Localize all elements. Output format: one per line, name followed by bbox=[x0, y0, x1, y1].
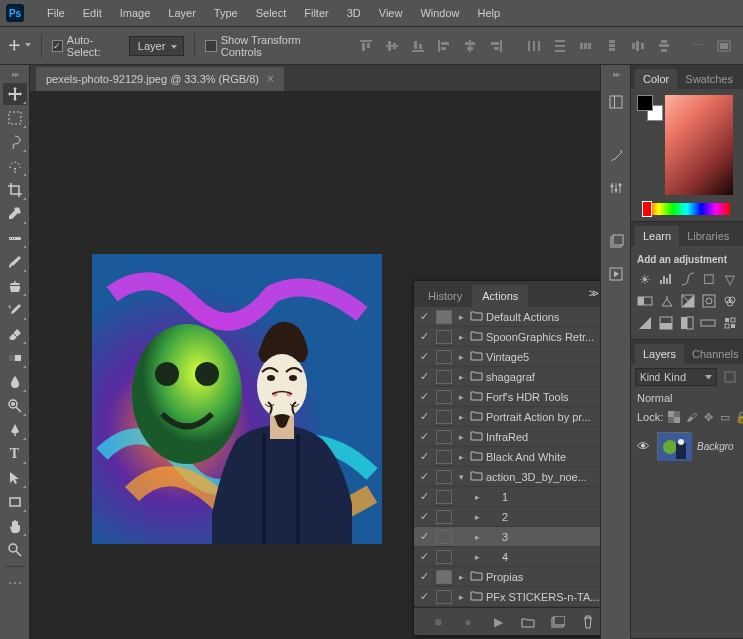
quick-selection-tool[interactable] bbox=[3, 155, 27, 177]
document-tab[interactable]: pexels-photo-92129.jpeg @ 33.3% (RGB/8) … bbox=[36, 67, 284, 91]
tab-learn[interactable]: Learn bbox=[635, 226, 679, 246]
adjustments-dock-icon[interactable] bbox=[604, 177, 628, 199]
action-include-toggle[interactable]: ✓ bbox=[414, 410, 434, 423]
new-set-button[interactable] bbox=[520, 614, 536, 630]
eraser-tool[interactable] bbox=[3, 323, 27, 345]
menu-window[interactable]: Window bbox=[411, 7, 468, 19]
disclosure-triangle-icon[interactable]: ▸ bbox=[454, 452, 468, 462]
action-row[interactable]: ✓▾action_3D_by_noe... bbox=[414, 467, 600, 487]
tab-libraries[interactable]: Libraries bbox=[679, 226, 737, 246]
type-tool[interactable]: T bbox=[3, 443, 27, 465]
distribute-icon[interactable] bbox=[601, 35, 623, 57]
gradient-map-icon[interactable] bbox=[700, 315, 716, 331]
edit-toolbar-icon[interactable]: ⋯ bbox=[3, 572, 27, 594]
action-include-toggle[interactable]: ✓ bbox=[414, 550, 434, 563]
action-dialog-toggle[interactable] bbox=[436, 410, 452, 424]
filter-pixel-icon[interactable] bbox=[721, 369, 739, 385]
action-row[interactable]: ✓▸2 bbox=[414, 507, 600, 527]
lock-transparency-icon[interactable] bbox=[667, 410, 681, 424]
action-dialog-toggle[interactable] bbox=[436, 390, 452, 404]
marquee-tool[interactable] bbox=[3, 107, 27, 129]
action-include-toggle[interactable]: ✓ bbox=[414, 450, 434, 463]
align-hcenter-icon[interactable] bbox=[459, 35, 481, 57]
menu-3d[interactable]: 3D bbox=[338, 7, 370, 19]
collapse-panel-icon[interactable]: >> bbox=[589, 287, 596, 299]
align-right-icon[interactable] bbox=[485, 35, 507, 57]
action-dialog-toggle[interactable] bbox=[436, 570, 452, 584]
disclosure-triangle-icon[interactable]: ▸ bbox=[454, 392, 468, 402]
more-icon[interactable]: ⋯ bbox=[687, 35, 709, 57]
disclosure-triangle-icon[interactable]: ▸ bbox=[454, 432, 468, 442]
action-row[interactable]: ✓▸PFx STICKERS-n-TA... bbox=[414, 587, 600, 607]
lock-position-icon[interactable]: ✥ bbox=[701, 410, 715, 424]
zoom-tool[interactable] bbox=[3, 539, 27, 561]
action-include-toggle[interactable]: ✓ bbox=[414, 430, 434, 443]
canvas-area[interactable]: History Actions >> ≡ ✓▸Default Actions✓▸… bbox=[30, 91, 600, 639]
action-include-toggle[interactable]: ✓ bbox=[414, 530, 434, 543]
pen-tool[interactable] bbox=[3, 419, 27, 441]
action-include-toggle[interactable]: ✓ bbox=[414, 330, 434, 343]
action-dialog-toggle[interactable] bbox=[436, 590, 452, 604]
action-row[interactable]: ✓▸1 bbox=[414, 487, 600, 507]
action-row[interactable]: ✓▸SpoonGraphics Retr... bbox=[414, 327, 600, 347]
action-include-toggle[interactable]: ✓ bbox=[414, 350, 434, 363]
menu-help[interactable]: Help bbox=[469, 7, 510, 19]
disclosure-triangle-icon[interactable]: ▾ bbox=[454, 472, 468, 482]
dodge-tool[interactable] bbox=[3, 395, 27, 417]
disclosure-triangle-icon[interactable]: ▸ bbox=[454, 332, 468, 342]
disclosure-triangle-icon[interactable]: ▸ bbox=[454, 572, 468, 582]
action-dialog-toggle[interactable] bbox=[436, 450, 452, 464]
action-row[interactable]: ✓▸Black And White bbox=[414, 447, 600, 467]
channel-mixer-icon[interactable] bbox=[722, 293, 737, 309]
foreground-swatch[interactable] bbox=[637, 95, 653, 111]
menu-image[interactable]: Image bbox=[111, 7, 160, 19]
tab-swatches[interactable]: Swatches bbox=[677, 69, 741, 89]
new-action-button[interactable] bbox=[550, 614, 566, 630]
hue-sat-icon[interactable] bbox=[637, 293, 653, 309]
action-include-toggle[interactable]: ✓ bbox=[414, 310, 434, 323]
hue-slider[interactable] bbox=[644, 203, 730, 215]
action-include-toggle[interactable]: ✓ bbox=[414, 470, 434, 483]
action-row[interactable]: ✓▸Default Actions bbox=[414, 307, 600, 327]
auto-select-checkbox[interactable]: Auto-Select: bbox=[52, 34, 123, 58]
action-dialog-toggle[interactable] bbox=[436, 470, 452, 484]
collapse-dock-icon[interactable]: ▸▸ bbox=[613, 69, 619, 79]
distribute-h-icon[interactable] bbox=[523, 35, 545, 57]
eyedropper-tool[interactable] bbox=[3, 203, 27, 225]
action-dialog-toggle[interactable] bbox=[436, 550, 452, 564]
disclosure-triangle-icon[interactable]: ▸ bbox=[470, 492, 484, 502]
rectangle-tool[interactable] bbox=[3, 491, 27, 513]
align-bottom-icon[interactable] bbox=[407, 35, 429, 57]
action-row[interactable]: ✓▸shagagraf bbox=[414, 367, 600, 387]
gradient-tool[interactable] bbox=[3, 347, 27, 369]
action-dialog-toggle[interactable] bbox=[436, 490, 452, 504]
align-left-icon[interactable] bbox=[433, 35, 455, 57]
action-dialog-toggle[interactable] bbox=[436, 330, 452, 344]
brush-settings-dock-icon[interactable] bbox=[604, 145, 628, 167]
brightness-contrast-icon[interactable]: ☀ bbox=[637, 271, 652, 287]
history-dock-icon[interactable] bbox=[604, 231, 628, 253]
color-field[interactable] bbox=[665, 95, 733, 195]
history-brush-tool[interactable] bbox=[3, 299, 27, 321]
action-row[interactable]: ✓▸Portrait Action by pr... bbox=[414, 407, 600, 427]
layer-filter-kind[interactable]: Kind Kind bbox=[635, 368, 717, 386]
selective-color-icon[interactable] bbox=[722, 315, 737, 331]
action-include-toggle[interactable]: ✓ bbox=[414, 570, 434, 583]
action-row[interactable]: ✓▸InfraRed bbox=[414, 427, 600, 447]
distribute-icon[interactable] bbox=[653, 35, 675, 57]
lock-all-icon[interactable]: 🔒 bbox=[735, 410, 743, 424]
collapse-toolbar-icon[interactable]: ▸▸ bbox=[12, 69, 18, 79]
menu-view[interactable]: View bbox=[370, 7, 412, 19]
disclosure-triangle-icon[interactable]: ▸ bbox=[454, 592, 468, 602]
disclosure-triangle-icon[interactable]: ▸ bbox=[470, 552, 484, 562]
move-tool[interactable] bbox=[3, 83, 27, 105]
stop-button[interactable]: ■ bbox=[430, 614, 446, 630]
bw-icon[interactable] bbox=[681, 293, 696, 309]
disclosure-triangle-icon[interactable]: ▸ bbox=[454, 372, 468, 382]
disclosure-triangle-icon[interactable]: ▸ bbox=[470, 512, 484, 522]
action-include-toggle[interactable]: ✓ bbox=[414, 370, 434, 383]
curves-icon[interactable] bbox=[680, 271, 695, 287]
photo-filter-icon[interactable] bbox=[702, 293, 717, 309]
foreground-background-swatch[interactable] bbox=[637, 95, 663, 121]
action-dialog-toggle[interactable] bbox=[436, 510, 452, 524]
